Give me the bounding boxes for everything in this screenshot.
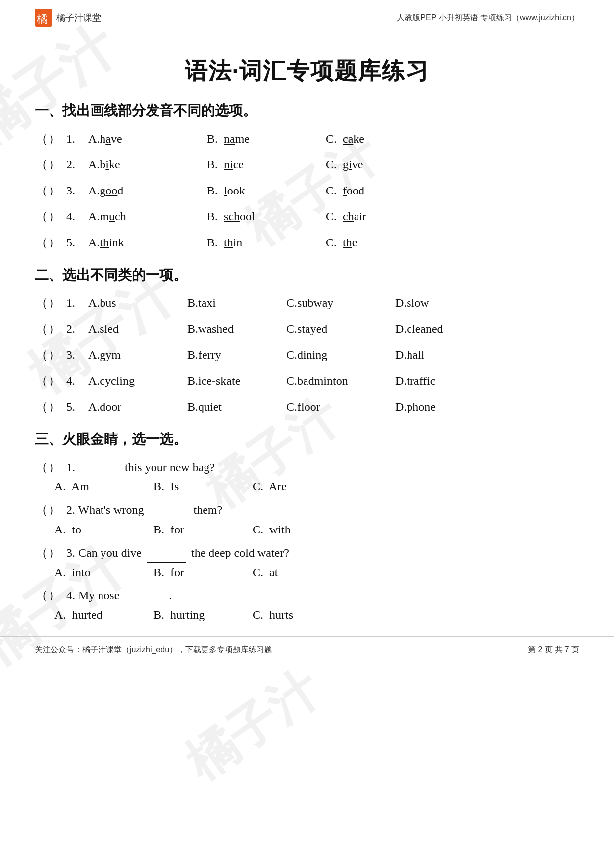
opt-b: B. look xyxy=(207,181,326,200)
logo-text: 橘子汁课堂 xyxy=(56,12,101,24)
svg-text:橘: 橘 xyxy=(37,13,48,25)
opt-c: C. with xyxy=(253,523,352,536)
opt-c: C. the xyxy=(326,233,425,252)
paren-close: ） xyxy=(49,155,66,174)
header-subtitle: 人教版PEP 小升初英语 专项练习（www.juzizhi.cn） xyxy=(397,13,579,23)
paren-open: （ xyxy=(35,458,49,477)
q2-1: （ ） 1. A.bus B.taxi C.subway D.slow xyxy=(35,293,579,312)
q-options: A.good B. look C. food xyxy=(88,181,579,200)
opt-b: B. Is xyxy=(154,480,253,493)
opt-d: D.phone xyxy=(395,397,474,416)
q3-2-stem: （ ） 2. What's wrong them? xyxy=(35,500,579,520)
opt-a: A.gym xyxy=(88,345,187,364)
footer-left: 关注公众号：橘子汁课堂（juzizhi_edu），下载更多专项题库练习题 xyxy=(35,645,272,655)
paren-open: （ xyxy=(35,129,49,148)
section-3: 三、火眼金睛，选一选。 （ ） 1. this your new bag? A.… xyxy=(35,430,579,622)
paren-open: （ xyxy=(35,345,49,364)
section-2: 二、选出不同类的一项。 （ ） 1. A.bus B.taxi C.subway… xyxy=(35,266,579,416)
paren-open: （ xyxy=(35,586,49,605)
opt-b: B.washed xyxy=(187,319,286,338)
paren-close: ） xyxy=(49,233,66,252)
paren-close: ） xyxy=(49,129,66,148)
opt-c: C. hurts xyxy=(253,608,352,622)
opt-b: B. thin xyxy=(207,233,326,252)
logo-area: 橘 橘子汁课堂 xyxy=(35,9,101,27)
opt-c: C. cake xyxy=(326,129,425,148)
q2-2: （ ） 2. A.sled B.washed C.stayed D.cleane… xyxy=(35,319,579,338)
opt-a: A. to xyxy=(54,523,154,536)
opt-c: C.badminton xyxy=(286,371,395,390)
q3-3-stem: （ ） 3. Can you dive the deep cold water? xyxy=(35,543,579,563)
q-num: 2. xyxy=(66,319,88,338)
paren-open: （ xyxy=(35,207,49,226)
q1-1: （ ） 1. A.have B. name C. cake xyxy=(35,129,579,148)
q2-4: （ ） 4. A.cycling B.ice-skate C.badminton… xyxy=(35,371,579,390)
q-options: A.door B.quiet C.floor D.phone xyxy=(88,397,579,416)
paren-close: ） xyxy=(49,319,66,338)
q3-1-text: 1. this your new bag? xyxy=(66,458,215,477)
q-num: 5. xyxy=(66,233,88,252)
paren-open: （ xyxy=(35,293,49,312)
q3-4-stem: （ ） 4. My nose . xyxy=(35,586,579,605)
opt-c: C. give xyxy=(326,155,425,174)
q-options: A.sled B.washed C.stayed D.cleaned xyxy=(88,319,579,338)
paren-open: （ xyxy=(35,319,49,338)
opt-d: D.hall xyxy=(395,345,474,364)
opt-a: A.bus xyxy=(88,293,187,312)
paren-close: ） xyxy=(49,207,66,226)
q-num: 4. xyxy=(66,371,88,390)
q-options: A.bike B. nice C. give xyxy=(88,155,579,174)
q3-2-answers: A. to B. for C. with xyxy=(54,523,579,536)
opt-a: A.have xyxy=(88,129,207,148)
q-options: A.bus B.taxi C.subway D.slow xyxy=(88,293,579,312)
section-1-title: 一、找出画线部分发音不同的选项。 xyxy=(35,101,579,120)
section-3-title: 三、火眼金睛，选一选。 xyxy=(35,430,579,449)
q1-2: （ ） 2. A.bike B. nice C. give xyxy=(35,155,579,174)
opt-b: B. name xyxy=(207,129,326,148)
opt-a: A.door xyxy=(88,397,187,416)
opt-a: A.cycling xyxy=(88,371,187,390)
opt-a: A. into xyxy=(54,566,154,579)
logo-icon: 橘 xyxy=(35,9,52,27)
q-num: 1. xyxy=(66,129,88,148)
q-num: 5. xyxy=(66,397,88,416)
opt-c: C.floor xyxy=(286,397,395,416)
q-num: 3. xyxy=(66,181,88,200)
opt-c: C.subway xyxy=(286,293,395,312)
opt-b: B.taxi xyxy=(187,293,286,312)
opt-b: B. nice xyxy=(207,155,326,174)
paren-open: （ xyxy=(35,543,49,562)
paren-open: （ xyxy=(35,500,49,519)
opt-d: D.slow xyxy=(395,293,474,312)
opt-a: A.think xyxy=(88,233,207,252)
paren-close: ） xyxy=(49,458,66,477)
paren-open: （ xyxy=(35,397,49,416)
opt-a: A.bike xyxy=(88,155,207,174)
opt-c: C.stayed xyxy=(286,319,395,338)
q-num: 1. xyxy=(66,293,88,312)
opt-c: C. food xyxy=(326,181,425,200)
opt-d: D.cleaned xyxy=(395,319,474,338)
q1-3: （ ） 3. A.good B. look C. food xyxy=(35,181,579,200)
header: 橘 橘子汁课堂 人教版PEP 小升初英语 专项练习（www.juzizhi.cn… xyxy=(0,0,614,36)
opt-c: C.dining xyxy=(286,345,395,364)
paren-close: ） xyxy=(49,345,66,364)
page-content: 语法·词汇专项题库练习 一、找出画线部分发音不同的选项。 （ ） 1. A.ha… xyxy=(0,56,614,622)
q1-5: （ ） 5. A.think B. thin C. the xyxy=(35,233,579,252)
q3-4-answers: A. hurted B. hurting C. hurts xyxy=(54,608,579,622)
opt-a: A. hurted xyxy=(54,608,154,622)
q-options: A.have B. name C. cake xyxy=(88,129,579,148)
q3-4-text: 4. My nose . xyxy=(66,586,172,605)
q3-1-stem: （ ） 1. this your new bag? xyxy=(35,458,579,477)
q-num: 4. xyxy=(66,207,88,226)
opt-b: B.ice-skate xyxy=(187,371,286,390)
opt-b: B.quiet xyxy=(187,397,286,416)
paren-open: （ xyxy=(35,233,49,252)
q2-5: （ ） 5. A.door B.quiet C.floor D.phone xyxy=(35,397,579,416)
paren-close: ） xyxy=(49,371,66,390)
opt-b: B. for xyxy=(154,523,253,536)
paren-close: ） xyxy=(49,181,66,200)
q3-3-text: 3. Can you dive the deep cold water? xyxy=(66,543,289,563)
q3-2-text: 2. What's wrong them? xyxy=(66,500,222,520)
paren-close: ） xyxy=(49,397,66,416)
